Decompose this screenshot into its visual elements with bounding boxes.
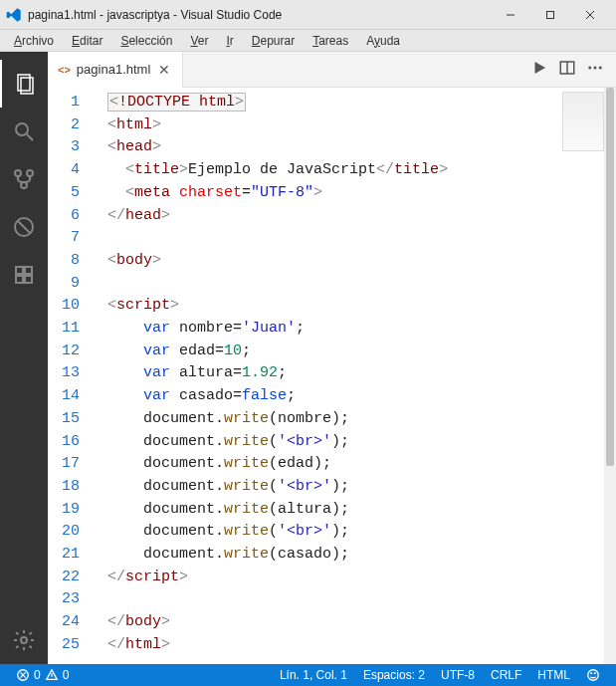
- code-line: document.write('<br>');: [94, 431, 616, 454]
- svg-point-6: [16, 123, 28, 135]
- code-line: <head>: [94, 136, 616, 159]
- svg-line-7: [27, 134, 33, 140]
- svg-rect-16: [25, 276, 32, 283]
- code-line: </head>: [94, 205, 616, 228]
- code-line: var nombre='Juan';: [94, 318, 616, 341]
- code-line: var altura=1.92;: [94, 362, 616, 385]
- code-line: </script>: [94, 567, 616, 589]
- settings-button[interactable]: [0, 616, 48, 664]
- editor-actions: [530, 59, 616, 80]
- code-editor[interactable]: 1234567891011121314151617181920212223242…: [48, 88, 616, 664]
- vertical-scrollbar[interactable]: [604, 88, 616, 664]
- svg-rect-14: [25, 267, 32, 274]
- code-line: document.write(nombre);: [94, 408, 616, 431]
- code-line: var casado=false;: [94, 385, 616, 408]
- svg-point-29: [594, 673, 595, 674]
- status-cursor[interactable]: Lín. 1, Col. 1: [272, 668, 355, 682]
- tab-filename: pagina1.html: [77, 62, 150, 77]
- svg-point-9: [27, 170, 33, 176]
- line-number: 4: [48, 159, 94, 182]
- svg-point-22: [599, 67, 602, 70]
- svg-rect-13: [16, 267, 23, 274]
- more-icon[interactable]: [586, 59, 604, 80]
- line-number: 21: [48, 544, 94, 567]
- menu-archivo[interactable]: Archivo: [6, 32, 62, 50]
- html-file-icon: <>: [58, 64, 71, 76]
- line-number: 18: [48, 476, 94, 499]
- run-icon[interactable]: [530, 59, 548, 80]
- code-line: document.write(casado);: [94, 544, 616, 567]
- line-number: 11: [48, 318, 94, 341]
- line-number: 10: [48, 295, 94, 318]
- line-number: 13: [48, 362, 94, 385]
- code-line: document.write(altura);: [94, 499, 616, 522]
- explorer-tab[interactable]: [0, 60, 48, 108]
- line-number: 16: [48, 431, 94, 454]
- svg-rect-1: [547, 11, 554, 18]
- split-editor-icon[interactable]: [558, 59, 576, 80]
- tab-bar: <> pagina1.html ✕: [48, 52, 616, 88]
- source-control-tab[interactable]: [0, 155, 48, 203]
- search-tab[interactable]: [0, 108, 48, 155]
- svg-point-8: [15, 170, 21, 176]
- menu-ir[interactable]: Ir: [218, 32, 241, 50]
- line-number: 15: [48, 408, 94, 431]
- warning-count: 0: [63, 668, 70, 682]
- svg-point-21: [594, 67, 597, 70]
- menu-selección[interactable]: Selección: [112, 32, 180, 50]
- activity-bar: [0, 52, 48, 664]
- line-number: 1: [48, 92, 94, 114]
- line-number: 12: [48, 341, 94, 363]
- titlebar: pagina1.html - javascriptya - Visual Stu…: [0, 0, 616, 30]
- line-number: 2: [48, 114, 94, 137]
- code-line: <title>Ejemplo de JavaScript</title>: [94, 159, 616, 182]
- maximize-button[interactable]: [530, 0, 570, 30]
- code-line: <html>: [94, 114, 616, 137]
- editor-tab[interactable]: <> pagina1.html ✕: [48, 52, 183, 88]
- code-line: </body>: [94, 611, 616, 634]
- window-title: pagina1.html - javascriptya - Visual Stu…: [28, 8, 491, 22]
- svg-point-17: [21, 637, 27, 643]
- code-line: [94, 273, 616, 296]
- code-line: var edad=10;: [94, 341, 616, 363]
- vscode-icon: [6, 7, 22, 23]
- status-indent[interactable]: Espacios: 2: [355, 668, 433, 682]
- status-feedback-icon[interactable]: [578, 668, 608, 682]
- menu-depurar[interactable]: Depurar: [244, 32, 303, 50]
- line-number: 7: [48, 227, 94, 250]
- status-eol[interactable]: CRLF: [483, 668, 529, 682]
- status-errors[interactable]: 0 0: [8, 668, 77, 682]
- line-number: 14: [48, 385, 94, 408]
- status-encoding[interactable]: UTF-8: [433, 668, 483, 682]
- line-number: 20: [48, 521, 94, 544]
- debug-tab[interactable]: [0, 203, 48, 251]
- svg-point-27: [588, 670, 599, 681]
- line-number: 8: [48, 250, 94, 273]
- status-language[interactable]: HTML: [529, 668, 578, 682]
- minimize-button[interactable]: [491, 0, 530, 30]
- line-number: 9: [48, 273, 94, 296]
- code-content[interactable]: <!DOCTYPE html><html><head> <title>Ejemp…: [94, 88, 616, 664]
- line-number: 24: [48, 611, 94, 634]
- error-count: 0: [34, 668, 41, 682]
- editor-area: <> pagina1.html ✕ 1234567891011121314151…: [48, 52, 616, 664]
- status-bar: 0 0 Lín. 1, Col. 1 Espacios: 2 UTF-8 CRL…: [0, 664, 616, 686]
- svg-rect-15: [16, 276, 23, 283]
- line-number: 22: [48, 567, 94, 589]
- code-line: document.write('<br>');: [94, 476, 616, 499]
- menu-tareas[interactable]: Tareas: [305, 32, 356, 50]
- menu-ver[interactable]: Ver: [182, 32, 216, 50]
- scrollbar-thumb[interactable]: [606, 88, 614, 466]
- line-number: 3: [48, 136, 94, 159]
- minimap[interactable]: [562, 92, 604, 151]
- menu-ayuda[interactable]: Ayuda: [358, 32, 408, 50]
- code-line: <!DOCTYPE html>: [94, 92, 616, 114]
- svg-point-28: [591, 673, 592, 674]
- close-tab-icon[interactable]: ✕: [156, 62, 172, 78]
- menu-editar[interactable]: Editar: [64, 32, 110, 50]
- line-number: 19: [48, 499, 94, 522]
- close-window-button[interactable]: [570, 0, 610, 30]
- code-line: <script>: [94, 295, 616, 318]
- extensions-tab[interactable]: [0, 251, 48, 299]
- code-line: [94, 588, 616, 611]
